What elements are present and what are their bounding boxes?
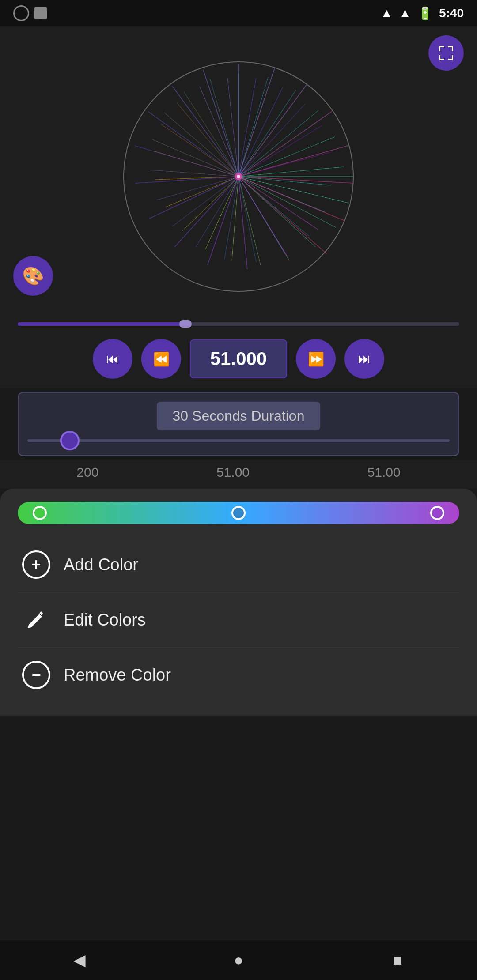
duration-slider-track[interactable] — [27, 439, 450, 442]
fullscreen-icon — [437, 44, 455, 62]
remove-color-item[interactable]: − Remove Color — [18, 648, 459, 702]
progress-fill — [18, 322, 186, 326]
bottom-navigation: ◀ ● ■ — [0, 940, 477, 980]
wifi-icon: ▲ — [381, 6, 393, 20]
svg-line-14 — [238, 177, 261, 265]
svg-line-45 — [238, 77, 268, 177]
fast-forward-button[interactable]: ⏩ — [296, 339, 336, 379]
add-color-label: Add Color — [64, 555, 138, 574]
value-1: 200 — [76, 465, 98, 480]
status-bar: ▲ ▲ 🔋 5:40 — [0, 0, 477, 26]
svg-line-22 — [177, 102, 238, 177]
svg-line-55 — [149, 177, 238, 219]
rewind-icon: ⏪ — [153, 351, 170, 367]
svg-line-52 — [238, 177, 247, 269]
back-button[interactable]: ◀ — [62, 947, 97, 973]
fast-forward-icon: ⏩ — [308, 351, 324, 367]
fullscreen-button[interactable] — [428, 35, 464, 71]
svg-rect-5 — [439, 55, 440, 60]
color-menu: + Add Color Edit Colors − Remove Color — [0, 489, 477, 716]
svg-line-57 — [135, 146, 238, 177]
skip-back-button[interactable]: ⏮ — [93, 339, 132, 379]
svg-line-18 — [166, 177, 238, 207]
spirograph-display — [115, 53, 362, 300]
duration-panel: 30 Seconds Duration — [18, 392, 459, 456]
signal-icon — [13, 5, 29, 21]
progress-area — [0, 318, 477, 330]
skip-forward-icon: ⏭ — [358, 351, 371, 366]
edit-colors-label: Edit Colors — [64, 611, 146, 629]
svg-line-58 — [148, 112, 238, 177]
svg-line-35 — [224, 177, 238, 260]
visualization-area: 🎨 — [0, 26, 477, 318]
skip-forward-button[interactable]: ⏭ — [344, 339, 384, 379]
remove-color-icon: − — [22, 661, 50, 689]
svg-rect-1 — [439, 46, 440, 51]
palette-icon: 🎨 — [22, 266, 44, 286]
clock: 5:40 — [439, 6, 464, 20]
add-color-item[interactable]: + Add Color — [18, 537, 459, 592]
progress-track[interactable] — [18, 322, 459, 326]
svg-line-53 — [208, 177, 238, 265]
svg-line-51 — [238, 177, 287, 256]
svg-rect-3 — [452, 46, 453, 51]
transport-controls: ⏮ ⏪ 51.000 ⏩ ⏭ — [0, 330, 477, 388]
duration-label: 30 Seconds Duration — [157, 402, 321, 430]
duration-thumb[interactable] — [60, 431, 80, 450]
duration-label-container: 30 Seconds Duration — [27, 402, 450, 430]
gradient-thumb-left[interactable] — [33, 506, 47, 520]
battery-icon: 🔋 — [417, 6, 433, 21]
value-2: 51.00 — [216, 465, 250, 480]
remove-color-label: Remove Color — [64, 666, 171, 685]
spirograph-svg — [115, 53, 362, 300]
edit-colors-item[interactable]: Edit Colors — [18, 592, 459, 648]
values-row: 200 51.00 51.00 — [0, 460, 477, 489]
time-display: 51.000 — [190, 339, 287, 378]
svg-line-65 — [238, 146, 348, 177]
svg-line-54 — [174, 177, 238, 247]
gradient-bar-container — [18, 502, 459, 524]
svg-line-41 — [164, 113, 238, 177]
svg-line-68 — [238, 177, 327, 254]
value-3: 51.00 — [367, 465, 401, 480]
rewind-button[interactable]: ⏪ — [141, 339, 181, 379]
back-icon: ◀ — [73, 951, 86, 969]
svg-point-70 — [237, 175, 240, 178]
svg-line-11 — [238, 177, 336, 227]
recent-icon: ■ — [393, 951, 402, 969]
svg-line-27 — [238, 104, 305, 177]
svg-line-43 — [210, 78, 238, 177]
palette-button[interactable]: 🎨 — [13, 256, 53, 296]
svg-line-47 — [238, 110, 318, 177]
svg-rect-7 — [452, 55, 453, 60]
svg-line-37 — [172, 177, 238, 226]
home-icon: ● — [234, 951, 243, 969]
edit-colors-icon — [22, 606, 50, 634]
signal-bars-icon: ▲ — [399, 6, 411, 20]
add-color-icon: + — [22, 550, 50, 579]
svg-line-50 — [238, 177, 318, 230]
svg-line-12 — [238, 177, 316, 247]
progress-thumb[interactable] — [179, 320, 192, 328]
svg-line-60 — [203, 70, 238, 177]
home-button[interactable]: ● — [221, 947, 256, 973]
svg-line-25 — [238, 78, 256, 177]
gradient-thumb-right[interactable] — [430, 506, 444, 520]
svg-line-49 — [238, 167, 344, 177]
gradient-thumb-mid[interactable] — [231, 506, 246, 520]
recent-apps-button[interactable]: ■ — [380, 947, 415, 973]
svg-line-63 — [238, 85, 307, 177]
sim-icon — [34, 7, 47, 19]
svg-line-56 — [135, 177, 238, 183]
status-left — [13, 5, 47, 21]
skip-back-icon: ⏮ — [106, 351, 119, 366]
svg-line-62 — [238, 68, 275, 177]
svg-line-21 — [161, 124, 238, 177]
status-right: ▲ ▲ 🔋 5:40 — [381, 6, 464, 21]
svg-line-67 — [238, 177, 344, 221]
gradient-bar[interactable] — [18, 502, 459, 524]
